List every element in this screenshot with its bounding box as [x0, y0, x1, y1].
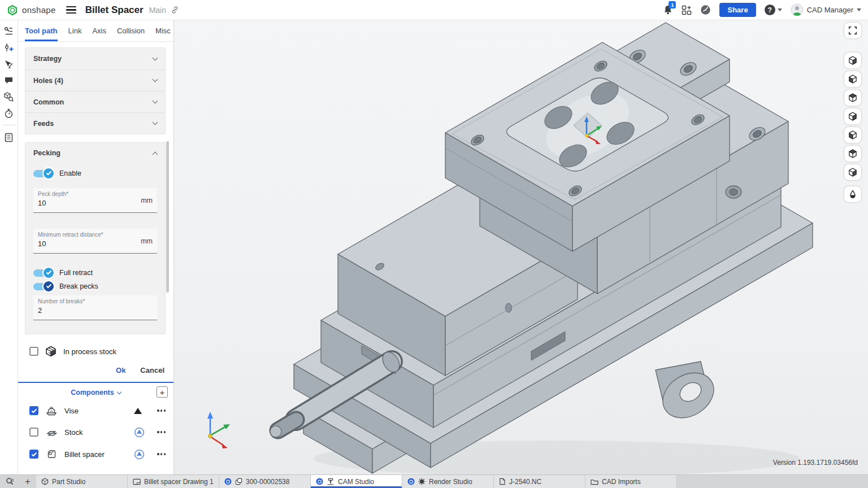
tab-label: 300-00002538	[246, 478, 289, 486]
pecking-header[interactable]: Pecking	[33, 143, 157, 163]
assembly-icon	[235, 478, 242, 485]
in-process-stock-label: In process stock	[63, 347, 116, 356]
field-value: 10	[38, 239, 153, 248]
tab-collision[interactable]: Collision	[117, 20, 145, 41]
view-cube-4-button[interactable]	[844, 108, 861, 124]
view-cube-icon	[848, 149, 857, 158]
component-label: Vise	[64, 407, 79, 415]
comment-icon[interactable]	[3, 75, 15, 86]
tab-link[interactable]: Link	[68, 20, 82, 41]
vise-menu-button[interactable]	[157, 409, 166, 411]
section-label: Feeds	[33, 120, 54, 128]
add-component-button[interactable]: +	[157, 386, 168, 398]
tab-label: CAD Imports	[602, 478, 641, 486]
status-circle-button[interactable]	[700, 5, 711, 15]
main-menu-icon[interactable]	[66, 6, 76, 14]
component-row-stock[interactable]: Stock	[18, 421, 173, 443]
onshape-logo[interactable]: onshape	[7, 5, 56, 16]
section-holes[interactable]: Holes (4)	[25, 69, 165, 91]
toolpath-panel: Tool path Link Axis Collision Misc Strat…	[18, 20, 174, 474]
section-feeds[interactable]: Feeds	[25, 112, 165, 134]
link-icon[interactable]	[171, 6, 179, 14]
tab-part-studio[interactable]: Part Studio	[36, 475, 128, 488]
fit-view-button[interactable]	[844, 23, 861, 38]
vise-assembly-model[interactable]	[174, 20, 868, 474]
tab-j-2540-nc[interactable]: J-2540.NC	[494, 475, 585, 488]
add-tab-button[interactable]: +	[19, 475, 36, 488]
in-process-stock-row: In process stock	[29, 343, 116, 359]
tab-cam-studio[interactable]: CAM Studio	[311, 475, 402, 488]
in-process-stock-checkbox[interactable]	[29, 347, 38, 356]
field-label: Number of breaks*	[38, 298, 153, 304]
app-name: onshape	[22, 5, 56, 15]
billet-spacer-menu-button[interactable]	[157, 453, 166, 455]
view-cube-2-button[interactable]	[844, 71, 861, 87]
tab-cad-imports[interactable]: CAD Imports	[585, 475, 677, 488]
component-label: Stock	[64, 428, 83, 437]
help-menu[interactable]	[765, 5, 782, 15]
circle-triangle-icon	[134, 449, 145, 460]
components-header[interactable]: Components	[18, 385, 173, 400]
view-cube-6-button[interactable]	[844, 146, 861, 162]
full-retract-toggle[interactable]	[33, 269, 53, 277]
component-row-vise[interactable]: Vise	[18, 400, 173, 421]
stopwatch-icon[interactable]	[3, 107, 15, 119]
tab-label: Render Studio	[429, 478, 472, 486]
configurations-icon[interactable]	[3, 42, 15, 53]
tab-render-studio[interactable]: Render Studio	[402, 475, 494, 488]
notebook-icon[interactable]	[3, 132, 15, 143]
avatar	[791, 3, 804, 16]
view-cube-7-button[interactable]	[844, 164, 861, 180]
tab-300-00002538[interactable]: 300-00002538	[219, 475, 311, 488]
section-strategy[interactable]: Strategy	[25, 48, 165, 69]
enable-toggle[interactable]	[33, 170, 53, 177]
stock-state-indicator[interactable]	[134, 427, 145, 438]
view-cube-icon	[848, 93, 857, 102]
stock-checkbox[interactable]	[29, 428, 38, 437]
graphics-viewport[interactable]: Version 1.193.1719.03456fd	[174, 20, 868, 474]
notification-badge: 1	[669, 1, 676, 8]
user-menu[interactable]: CAD Manager	[791, 3, 861, 16]
section-common[interactable]: Common	[25, 91, 165, 112]
billet-spacer-state-indicator[interactable]	[134, 449, 145, 460]
tab-misc[interactable]: Misc	[155, 20, 171, 41]
break-pecks-toggle[interactable]	[33, 283, 53, 290]
vise-state-indicator[interactable]	[134, 408, 142, 414]
view-cube-1-button[interactable]	[844, 53, 861, 68]
panel-divider	[18, 382, 173, 383]
component-row-billet-spacer[interactable]: Billet spacer	[18, 443, 173, 465]
part-studio-icon	[41, 478, 49, 485]
workspace-branch[interactable]: Main	[149, 6, 166, 15]
view-cube-5-button[interactable]	[844, 127, 861, 143]
min-retract-field[interactable]: Minimum retract distance* 10 mm	[33, 229, 157, 254]
apps-button[interactable]	[682, 5, 692, 15]
feature-list-icon[interactable]	[3, 25, 15, 37]
pecking-section: Pecking Enable Peck depth* 10 mm Minimum…	[25, 142, 166, 334]
search-tabs-button[interactable]	[0, 475, 19, 488]
section-label: Common	[33, 98, 64, 106]
tab-axis[interactable]: Axis	[92, 20, 106, 41]
tab-billet-spacer-drawing-1[interactable]: Billet spacer Drawing 1	[128, 475, 219, 488]
billet-spacer-checkbox[interactable]	[29, 450, 38, 459]
drawing-icon	[133, 478, 141, 485]
enable-toggle-row: Enable	[33, 167, 157, 180]
stock-menu-button[interactable]	[157, 431, 166, 433]
cube-search-icon[interactable]	[3, 91, 15, 102]
user-name: CAD Manager	[807, 6, 853, 14]
circle-triangle-icon	[134, 427, 145, 438]
shaded-view-button[interactable]	[844, 186, 861, 202]
notifications-button[interactable]: 1	[663, 5, 673, 15]
number-of-breaks-field[interactable]: Number of breaks* 2	[33, 295, 157, 320]
left-toolbar	[0, 20, 18, 474]
peck-depth-field[interactable]: Peck depth* 10 mm	[33, 188, 157, 213]
view-cube-icon	[848, 56, 857, 65]
cursor-pencil-icon[interactable]	[3, 58, 15, 69]
ok-button[interactable]: Ok	[116, 366, 125, 374]
panel-scrollbar[interactable]	[166, 141, 169, 293]
view-cube-3-button[interactable]	[844, 90, 861, 106]
cancel-button[interactable]: Cancel	[140, 366, 164, 374]
share-button[interactable]: Share	[719, 3, 756, 17]
vise-checkbox[interactable]	[29, 406, 38, 415]
tab-tool-path[interactable]: Tool path	[25, 20, 58, 41]
chevron-down-icon	[153, 98, 158, 104]
